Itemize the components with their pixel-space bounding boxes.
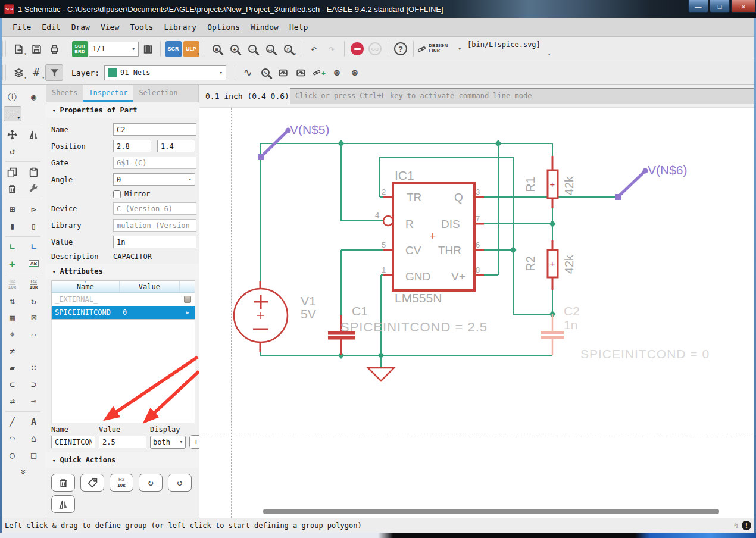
show-tool[interactable]: ◉ (25, 89, 43, 105)
menu-draw[interactable]: Draw (66, 18, 95, 37)
attribute-name-field[interactable] (51, 436, 95, 448)
scr-button[interactable]: SCR▾ (164, 40, 182, 57)
quick-rotate-button[interactable]: ↺ (168, 474, 192, 492)
toolbar-grip[interactable] (2, 41, 6, 57)
paste-tool[interactable] (25, 164, 43, 180)
group-select-tool[interactable]: ➤ (4, 106, 21, 121)
text-tool[interactable]: A (25, 414, 43, 430)
quick-value-button[interactable]: R210k (110, 474, 133, 492)
new-sheet-button[interactable]: ▾ (10, 40, 27, 57)
design-link-button[interactable]: DESIGNLINK ▾ (417, 40, 461, 57)
library-manager-button[interactable] (139, 40, 157, 57)
add-part-tool[interactable]: ⊞ (4, 202, 21, 217)
print-button[interactable] (45, 40, 63, 57)
attribute-value-field[interactable] (99, 436, 146, 448)
position-y-field[interactable] (157, 140, 195, 152)
close-button[interactable]: × (731, 0, 756, 13)
miter-tool[interactable]: ▱ (25, 327, 43, 342)
help-button[interactable]: ? (392, 40, 410, 57)
c2-ref[interactable]: C2 (564, 304, 580, 318)
part-name-field[interactable] (113, 123, 196, 136)
ulp-button[interactable]: ULP▾ (182, 40, 200, 57)
menu-view[interactable]: View (95, 18, 124, 37)
array-tool[interactable]: ∷ (25, 360, 43, 376)
probe-n5[interactable]: V(N$5) (258, 123, 330, 160)
sheet-selector[interactable]: 1/1 ▾ (89, 42, 139, 57)
rect-tool[interactable]: □ (25, 448, 43, 463)
display-dropdown[interactable]: both ▾ (150, 436, 186, 449)
c1-spice-annotation[interactable]: SPICEINITCOND = 2.5 (340, 320, 488, 334)
zoom-fit-button[interactable]: ▪ (208, 40, 226, 57)
probe-n6[interactable]: V(N$6) (615, 163, 688, 200)
external-attribute-icon[interactable] (184, 296, 191, 303)
sch-brd-switch-button[interactable]: SCHBRD (71, 40, 89, 57)
value-tool[interactable]: R210k (25, 277, 43, 292)
zoom-out-button[interactable]: − (243, 40, 261, 57)
circle-tool[interactable]: ○ (4, 448, 21, 463)
v1-ref[interactable]: V1 (301, 294, 316, 308)
r2-value[interactable]: 42k (563, 254, 576, 274)
more-tools-button[interactable]: » (15, 463, 31, 481)
zoom-select-button[interactable]: ▭ (261, 40, 279, 57)
go-button[interactable]: GO (366, 40, 384, 57)
attributes-section-header[interactable]: ▾Attributes (46, 264, 199, 279)
mirror-checkbox[interactable] (113, 190, 121, 198)
r2-ref[interactable]: R2 (524, 256, 537, 271)
delete-tool[interactable] (4, 181, 21, 196)
r1-value[interactable]: 42k (563, 176, 576, 195)
attribute-row-spiceinitcond[interactable]: SPICEINITCOND 0 ▶ (52, 306, 195, 319)
ic1-ref[interactable]: IC1 (395, 168, 414, 182)
undo-button[interactable]: ↶ (305, 40, 323, 57)
voltmeter-button[interactable] (274, 64, 292, 81)
lightning-icon[interactable]: ↯ (734, 521, 739, 530)
grid-button[interactable]: #▾ (27, 64, 45, 81)
bus-tool[interactable]: ∟ (25, 239, 43, 255)
c2-value[interactable]: 1n (564, 318, 577, 331)
replace-tool[interactable]: ↻ (25, 293, 43, 309)
menu-help[interactable]: Help (284, 18, 313, 37)
part-value-field[interactable] (113, 236, 196, 248)
stop-button[interactable] (348, 40, 366, 57)
component-r2[interactable]: + R2 42k (524, 250, 576, 277)
tab-selection-filter[interactable]: Selection Filter (133, 85, 199, 102)
swap-pins-tool[interactable]: ⊃ (25, 377, 43, 392)
tab-sheets[interactable]: Sheets (46, 85, 83, 102)
probe-n6-label[interactable]: V(N$6) (648, 163, 688, 177)
quick-actions-section-header[interactable]: ▾Quick Actions (46, 452, 199, 468)
swap-gates-tool[interactable]: ⊂ (4, 377, 21, 392)
pinswap-tool[interactable]: ⇅ (4, 293, 21, 309)
c1-ref[interactable]: C1 (352, 304, 368, 318)
mark-tool[interactable]: ⌖ (4, 327, 21, 342)
menu-options[interactable]: Options (202, 18, 245, 37)
ic1-value[interactable]: LM555N (395, 291, 442, 305)
quick-mirror-button[interactable] (51, 495, 75, 513)
polygon-tool[interactable]: ⌂ (25, 431, 43, 446)
tab-inspector[interactable]: Inspector (83, 85, 133, 102)
position-x-field[interactable] (113, 140, 151, 152)
column-header-value[interactable]: Value (120, 281, 180, 292)
layer-dropdown[interactable]: 91 Nets ▾ (104, 65, 226, 80)
menu-window[interactable]: Window (245, 18, 284, 37)
change-tool[interactable] (25, 181, 43, 196)
probe-button[interactable]: ∿ (257, 64, 274, 81)
menu-tools[interactable]: Tools (124, 18, 158, 37)
name-tool[interactable]: R210k (4, 277, 21, 292)
component-v1[interactable]: V1 5V (234, 289, 316, 342)
title-bar[interactable]: SCH 1 Schematic - C:\Users\dfpuser\Docum… (0, 0, 756, 18)
simulate-button[interactable]: ∿ (239, 64, 257, 81)
redo-button[interactable]: ↷ (323, 40, 340, 57)
r1-ref[interactable]: R1 (524, 177, 537, 192)
alert-icon[interactable]: ! (742, 521, 751, 530)
properties-section-header[interactable]: ▾Properties of Part (46, 102, 199, 118)
copy-tool[interactable] (4, 164, 21, 180)
quick-replace-button[interactable]: ↻ (139, 474, 163, 492)
ltspice-export-button[interactable]: [bin/LTspice.svg] ▾ (467, 40, 551, 57)
simulation-setup-button[interactable]: ⊛ (346, 64, 364, 81)
junction-tool[interactable]: + (4, 256, 21, 271)
maximize-button[interactable]: □ (710, 0, 730, 13)
attribute-tool[interactable]: ⊠ (25, 310, 43, 326)
selection-filter-button[interactable] (45, 64, 63, 81)
toolbar-grip[interactable] (2, 65, 6, 80)
paint-tool[interactable]: ▰ (4, 360, 21, 376)
info-tool[interactable]: ⓘ (4, 89, 21, 105)
